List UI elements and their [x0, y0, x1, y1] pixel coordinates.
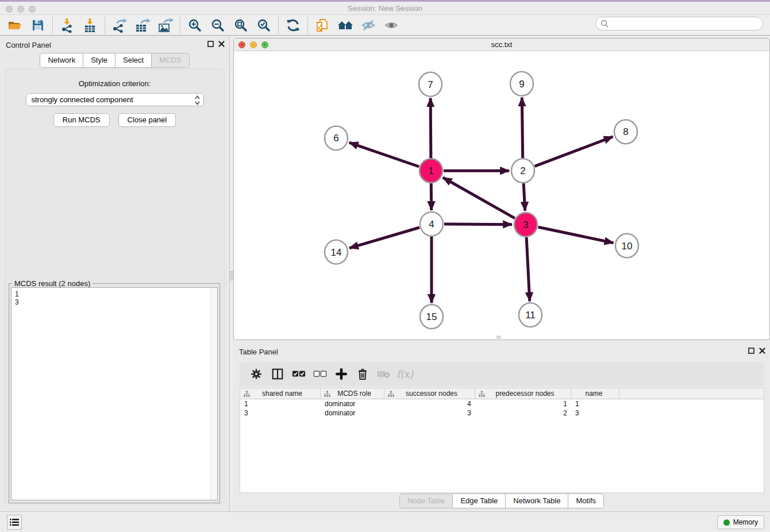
zoom-fit-icon — [233, 18, 248, 33]
table-cell[interactable]: dominator — [321, 400, 384, 408]
table-options-button[interactable] — [245, 364, 267, 384]
copy-network-button[interactable] — [311, 17, 334, 34]
table-panel-header: Table Panel — [233, 342, 770, 360]
select-all-icon — [292, 370, 306, 378]
show-all-button[interactable] — [380, 17, 403, 34]
plus-icon — [335, 368, 348, 380]
table-cell[interactable]: 1 — [475, 400, 571, 408]
mcds-result-text[interactable]: 1 3 — [11, 287, 218, 500]
search-box[interactable] — [595, 17, 763, 30]
close-panel-icon[interactable] — [218, 41, 225, 47]
graph-edge-1-4[interactable] — [431, 183, 432, 210]
toolbar-separator — [307, 17, 308, 33]
column-header[interactable]: predecessor nodes — [475, 388, 571, 399]
column-type-icon — [324, 391, 330, 397]
unselect-all-columns-button[interactable] — [309, 364, 330, 384]
app-titlebar: Session: New Session — [0, 2, 770, 15]
import-network-button[interactable] — [56, 17, 79, 34]
table-panel: Table Panel — [233, 342, 770, 511]
optimization-criterion-label: Optimization criterion: — [5, 79, 224, 88]
zoom-out-button[interactable] — [206, 17, 229, 34]
table-row[interactable]: 1dominator411 — [240, 399, 764, 408]
table-toolbar: f(x) — [240, 362, 764, 386]
home-layout-button[interactable] — [334, 17, 357, 34]
import-table-button[interactable] — [79, 17, 102, 34]
show-columns-button[interactable] — [267, 364, 288, 384]
table-cell[interactable]: dominator — [321, 409, 384, 417]
apply-function-button[interactable]: f(x) — [394, 364, 415, 384]
export-network-button[interactable] — [108, 17, 131, 34]
zoom-selected-button[interactable] — [252, 17, 275, 34]
float-panel-icon[interactable] — [207, 41, 214, 47]
column-header[interactable]: name — [571, 388, 619, 399]
table-cell[interactable]: 2 — [475, 409, 571, 417]
node-table[interactable]: shared nameMCDS rolesuccessor nodesprede… — [240, 388, 764, 493]
graph-edge-4-3[interactable] — [444, 224, 512, 225]
result-scrollbar[interactable] — [210, 288, 217, 500]
export-image-button[interactable] — [154, 17, 177, 34]
run-mcds-button[interactable]: Run MCDS — [53, 113, 110, 127]
hide-selected-button[interactable] — [357, 17, 380, 34]
zoom-fit-button[interactable] — [229, 17, 252, 34]
column-header[interactable]: successor nodes — [384, 388, 475, 399]
tab-select[interactable]: Select — [116, 53, 152, 68]
tab-network-table[interactable]: Network Table — [506, 494, 568, 508]
network-graph[interactable]: 7968124314101511 — [234, 51, 769, 340]
gear-icon — [250, 368, 263, 380]
delete-columns-button[interactable] — [352, 364, 373, 384]
mcds-result-group: MCDS result (2 nodes) 1 3 — [9, 283, 220, 503]
column-header[interactable]: MCDS role — [321, 388, 384, 399]
tab-mcds[interactable]: MCDS — [152, 53, 189, 68]
column-header[interactable]: shared name — [240, 388, 321, 399]
save-session-button[interactable] — [26, 17, 49, 34]
graph-edge-3-10[interactable] — [538, 227, 614, 242]
tab-style[interactable]: Style — [83, 53, 116, 68]
select-all-columns-button[interactable] — [288, 364, 309, 384]
graph-node-label: 10 — [622, 241, 633, 252]
graph-edge-4-14[interactable] — [349, 228, 419, 248]
criterion-select[interactable]: strongly connected component — [26, 93, 204, 106]
window-resize-grip[interactable] — [496, 336, 501, 339]
memory-button[interactable]: Memory — [717, 515, 764, 529]
open-session-button[interactable] — [3, 17, 26, 34]
graph-edge-3-11[interactable] — [526, 237, 530, 302]
graph-edge-2-3[interactable] — [523, 183, 525, 211]
refresh-view-button[interactable] — [282, 17, 305, 34]
table-cell[interactable]: 3 — [571, 409, 619, 417]
table-row[interactable]: 3dominator323 — [240, 408, 764, 418]
table-cell[interactable]: 1 — [240, 400, 321, 408]
table-cell[interactable]: 3 — [384, 409, 475, 417]
tab-motifs[interactable]: Motifs — [568, 494, 604, 508]
zoom-in-button[interactable] — [183, 17, 206, 34]
graph-edge-1-6[interactable] — [349, 142, 419, 167]
graph-node-label: 9 — [519, 79, 524, 90]
graph-edge-1-7[interactable] — [430, 98, 431, 159]
control-panel-tabs: Network Style Select MCDS — [0, 53, 229, 68]
graph-edge-2-9[interactable] — [522, 98, 522, 159]
close-table-panel-icon[interactable] — [759, 348, 765, 354]
table-cell[interactable]: 3 — [240, 409, 321, 417]
close-panel-button[interactable]: Close panel — [118, 113, 176, 127]
graph-node-label: 6 — [333, 133, 338, 144]
float-table-panel-icon[interactable] — [748, 348, 754, 354]
control-panel-header: Control Panel — [0, 36, 229, 53]
task-history-button[interactable] — [7, 515, 22, 530]
network-window-titlebar[interactable]: × − + scc.txt — [234, 38, 769, 51]
graph-edge-2-8[interactable] — [535, 137, 613, 166]
open-folder-icon — [7, 18, 22, 32]
status-bar: Memory — [0, 511, 770, 532]
table-header-row: shared nameMCDS rolesuccessor nodesprede… — [240, 388, 764, 399]
export-table-button[interactable] — [131, 17, 154, 34]
graph-edge-3-1[interactable] — [443, 178, 515, 218]
tab-network[interactable]: Network — [40, 53, 83, 68]
network-canvas[interactable]: 7968124314101511 — [234, 51, 769, 340]
tab-node-table[interactable]: Node Table — [399, 494, 453, 508]
delete-table-icon — [377, 369, 391, 379]
table-cell[interactable]: 4 — [384, 400, 475, 408]
tab-edge-table[interactable]: Edge Table — [453, 494, 506, 508]
table-cell[interactable]: 1 — [571, 400, 619, 408]
column-type-icon — [244, 391, 250, 397]
delete-table-button[interactable] — [373, 364, 394, 384]
search-input[interactable] — [612, 20, 758, 28]
add-column-button[interactable] — [330, 364, 352, 384]
